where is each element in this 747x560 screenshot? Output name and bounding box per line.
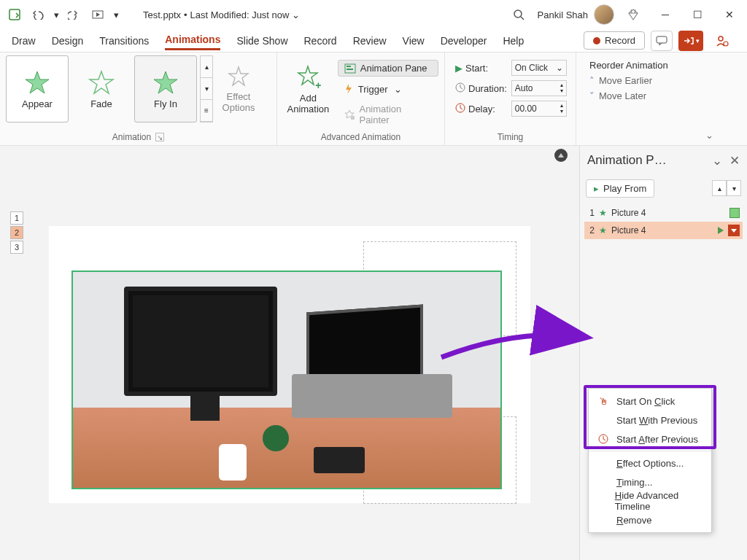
redo-icon[interactable] <box>64 4 85 25</box>
group-label: Animation <box>112 132 151 142</box>
ribbon-tabs: Draw Design Transitions Animations Slide… <box>0 29 747 52</box>
diamond-icon[interactable] <box>620 4 646 25</box>
animation-list: 1 ★ Picture 4 2 ★ Picture 4 <box>580 201 747 242</box>
pane-icon <box>344 63 356 74</box>
record-button[interactable]: Record <box>584 31 645 50</box>
svg-rect-13 <box>347 66 351 67</box>
title-bar: ▾ ▾ Test.pptx • Last Modified: Just now … <box>0 0 747 29</box>
anim-item-2[interactable]: 2 ★ Picture 4 <box>584 222 743 239</box>
effect-options-button: Effect Options <box>213 55 264 122</box>
animation-pane-button[interactable]: Animation Pane <box>338 60 438 77</box>
dialog-launcher-icon[interactable]: ↘ <box>155 133 164 141</box>
star-icon <box>88 69 115 96</box>
svg-line-3 <box>521 17 524 20</box>
add-animation-button[interactable]: + Add Animation <box>283 55 333 122</box>
reorder-buttons: ▴ ▾ <box>712 180 741 196</box>
tab-record[interactable]: Record <box>304 32 337 50</box>
menu-start-after-previous[interactable]: Start After Previous <box>589 429 711 448</box>
pane-close-icon[interactable]: ✕ <box>729 153 740 168</box>
user-name[interactable]: Pankil Shah <box>538 9 588 20</box>
slide-canvas[interactable] <box>49 226 530 503</box>
duration-input[interactable]: Auto▴▾ <box>511 80 567 96</box>
qat-dropdown-icon[interactable]: ▾ <box>111 4 121 25</box>
avatar[interactable] <box>594 4 614 25</box>
search-icon[interactable] <box>506 4 532 25</box>
anim-tag-2[interactable]: 2 <box>10 226 23 239</box>
picture-4[interactable] <box>71 271 502 489</box>
tab-review[interactable]: Review <box>353 32 387 50</box>
item-dropdown-icon[interactable] <box>728 225 740 236</box>
record-dot-icon <box>593 37 600 44</box>
move-up-icon[interactable]: ▴ <box>712 180 727 196</box>
move-earlier-button[interactable]: ˄Move Earlier <box>589 75 687 86</box>
comments-icon[interactable] <box>651 31 673 51</box>
start-dropdown[interactable]: On Click⌄ <box>511 60 567 76</box>
clock-icon <box>455 103 465 115</box>
anim-item-1[interactable]: 1 ★ Picture 4 <box>584 204 743 222</box>
tab-animations[interactable]: Animations <box>165 31 220 50</box>
person-icon[interactable] <box>709 31 735 51</box>
chevron-down-icon: ˅ <box>589 90 595 101</box>
delay-input[interactable]: 00.00▴▾ <box>511 101 567 117</box>
document-title[interactable]: Test.pptx • Last Modified: Just now ⌄ <box>143 9 300 20</box>
autosave-icon[interactable] <box>4 4 25 25</box>
close-icon[interactable]: ✕ <box>716 4 743 25</box>
svg-rect-4 <box>657 36 667 43</box>
menu-separator <box>589 451 711 451</box>
timeline-bar <box>729 208 740 218</box>
menu-effect-options[interactable]: Effect Options... <box>589 454 711 472</box>
undo-dropdown-icon[interactable]: ▾ <box>51 4 61 25</box>
minimize-icon[interactable]: ─ <box>652 4 678 25</box>
timing-controls: ▶Start: On Click⌄ Duration: Auto▴▾ Delay… <box>451 55 567 117</box>
chevron-down-icon: ⌄ <box>292 9 300 20</box>
tab-help[interactable]: Help <box>503 32 524 50</box>
move-down-icon[interactable]: ▾ <box>727 180 741 196</box>
move-later-button[interactable]: ˅Move Later <box>589 90 687 101</box>
anim-flyin[interactable]: Fly In <box>134 55 197 122</box>
play-icon: ▸ <box>594 183 599 194</box>
svg-marker-10 <box>229 67 248 85</box>
trigger-icon <box>344 83 354 95</box>
share-button[interactable]: ▾ <box>678 31 703 51</box>
pane-chevron-icon[interactable]: ⌄ <box>712 153 722 168</box>
tabs-right: Record ▾ <box>584 31 735 51</box>
anim-tag-1[interactable]: 1 <box>10 211 23 225</box>
anim-fade[interactable]: Fade <box>70 55 133 122</box>
svg-point-6 <box>724 42 728 46</box>
menu-hide-timeline[interactable]: Hide Advanced Timeline <box>589 491 711 510</box>
svg-point-2 <box>514 10 522 18</box>
start-label: ▶Start: <box>455 63 507 74</box>
slide-editor[interactable]: 1 2 3 <box>0 146 579 560</box>
menu-start-on-click[interactable]: 🖱Start On Click <box>589 392 711 411</box>
menu-start-with-previous[interactable]: Start With Previous <box>589 411 711 429</box>
from-beginning-icon[interactable] <box>88 4 108 25</box>
tab-design[interactable]: Design <box>52 32 84 50</box>
svg-point-5 <box>719 36 723 41</box>
animation-gallery[interactable]: Appear Fade Fly In ▴▾≡ <box>6 55 213 122</box>
clock-icon <box>455 82 465 95</box>
svg-marker-7 <box>26 71 49 93</box>
maximize-icon[interactable]: ☐ <box>684 4 711 25</box>
duration-label: Duration: <box>455 82 507 95</box>
tab-transitions[interactable]: Transitions <box>99 32 149 50</box>
tab-draw[interactable]: Draw <box>12 32 36 50</box>
tab-developer[interactable]: Developer <box>441 32 487 50</box>
tab-slideshow[interactable]: Slide Show <box>236 32 287 50</box>
anim-tag-3[interactable]: 3 <box>10 241 23 254</box>
clock-icon <box>597 434 609 444</box>
context-menu: 🖱Start On Click Start With Previous Star… <box>588 388 712 533</box>
animation-order-tags: 1 2 3 <box>10 211 23 254</box>
timeline-bar <box>718 227 724 234</box>
menu-timing[interactable]: Timing... <box>589 472 711 491</box>
main-area: 1 2 3 Animation P… ⌄✕ ▸Play From <box>0 146 747 560</box>
anim-appear[interactable]: Appear <box>6 55 69 122</box>
play-from-button[interactable]: ▸Play From <box>586 179 654 198</box>
gallery-more[interactable]: ▴▾≡ <box>200 55 213 122</box>
menu-remove[interactable]: Remove <box>589 510 711 529</box>
collapse-ribbon-icon[interactable]: ⌄ <box>700 52 718 145</box>
trigger-button[interactable]: Trigger⌄ <box>338 81 438 97</box>
undo-icon[interactable] <box>28 4 48 25</box>
tab-view[interactable]: View <box>403 32 425 50</box>
quick-access-toolbar: ▾ ▾ <box>4 4 121 25</box>
star-icon: ★ <box>599 225 607 236</box>
